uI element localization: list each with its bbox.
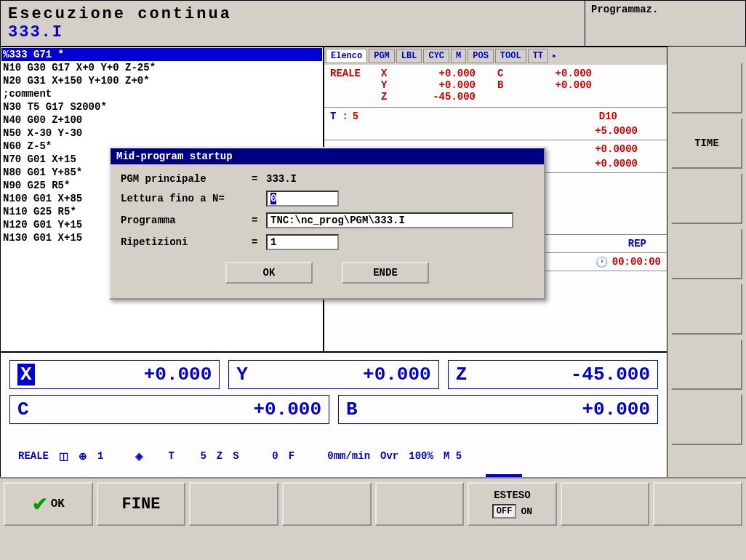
softkey-5[interactable] bbox=[375, 482, 465, 526]
side-button-3[interactable] bbox=[671, 173, 742, 224]
status-tabs: ElencoPGMLBLCYCMPOSTOOLTT▸ bbox=[324, 47, 667, 65]
side-button-4[interactable] bbox=[671, 228, 742, 279]
program-line[interactable]: ;comment bbox=[1, 87, 322, 100]
program-line[interactable]: N20 G31 X+150 Y+100 Z+0* bbox=[1, 74, 322, 87]
dialog-ende-button[interactable]: ENDE bbox=[342, 262, 429, 284]
dlg-rep-label: Ripetizioni bbox=[121, 236, 252, 248]
esteso-off-toggle[interactable]: OFF bbox=[492, 504, 517, 519]
softkey-esteso[interactable]: ESTESO OFF ON bbox=[468, 482, 557, 526]
dlg-program-input[interactable]: TNC:\nc_prog\PGM\333.I bbox=[266, 212, 513, 228]
program-line[interactable]: N50 X-30 Y-30 bbox=[1, 127, 322, 140]
softkey-fine[interactable]: FINE bbox=[97, 482, 186, 526]
tab-lbl[interactable]: LBL bbox=[396, 49, 422, 63]
pos-mode-label: REALE bbox=[330, 68, 381, 79]
softkey-8[interactable] bbox=[653, 482, 742, 526]
tab-tt[interactable]: TT bbox=[528, 49, 548, 63]
tab-pos[interactable]: POS bbox=[468, 49, 494, 63]
status-bar: REALE ◫ ⊕ 1 ◈ T 5 Z S 0 F 0mm/min Ovr 10… bbox=[9, 444, 658, 468]
dlg-program-label: Programma bbox=[121, 215, 252, 226]
tab-scroll-right-icon[interactable]: ▸ bbox=[550, 49, 559, 63]
progress-bar bbox=[486, 474, 522, 477]
dlg-read-to-input[interactable]: 0 bbox=[266, 191, 339, 207]
softkey-7[interactable] bbox=[561, 482, 650, 526]
target-icon: ⊕ bbox=[79, 450, 87, 462]
check-icon: ✔ bbox=[32, 493, 48, 516]
page-subtitle: 333.I bbox=[8, 23, 577, 41]
dlg-read-to-label: Lettura fino a N= bbox=[121, 193, 252, 204]
clock-icon: 🕐 bbox=[595, 256, 608, 268]
mode-label: Programmaz. bbox=[585, 1, 745, 46]
tab-cyc[interactable]: CYC bbox=[423, 49, 449, 63]
side-button-1[interactable] bbox=[671, 63, 742, 113]
side-button-6[interactable] bbox=[671, 339, 742, 390]
softkey-4[interactable] bbox=[282, 482, 372, 526]
program-line[interactable]: N40 G00 Z+100 bbox=[1, 113, 322, 127]
coord-x: X+0.000 bbox=[9, 360, 220, 389]
tab-pgm[interactable]: PGM bbox=[369, 49, 395, 63]
tab-tool[interactable]: TOOL bbox=[495, 49, 526, 63]
dialog-ok-button[interactable]: OK bbox=[225, 262, 313, 284]
softkey-3[interactable] bbox=[189, 482, 278, 526]
mid-program-startup-dialog: Mid-program startup PGM principale = 333… bbox=[109, 147, 545, 300]
pgm-call-time: 00:00:00 bbox=[612, 256, 661, 268]
coord-c: C+0.000 bbox=[9, 395, 329, 424]
tab-elenco[interactable]: Elenco bbox=[326, 49, 367, 63]
side-button-2[interactable]: TIME bbox=[671, 118, 742, 169]
program-line[interactable]: N10 G30 G17 X+0 Y+0 Z-25* bbox=[1, 61, 322, 74]
coord-b: B+0.000 bbox=[338, 395, 658, 424]
dlg-rep-input[interactable]: 1 bbox=[266, 234, 339, 250]
coord-y: Y+0.000 bbox=[228, 360, 438, 389]
dialog-title: Mid-program startup bbox=[111, 148, 544, 164]
program-line[interactable]: N30 T5 G17 S2000* bbox=[1, 100, 322, 113]
softkey-ok[interactable]: ✔OK bbox=[4, 482, 93, 526]
coords-display: X+0.000Y+0.000Z-45.000 C+0.000B+0.000 RE… bbox=[0, 352, 667, 479]
box-icon: ◫ bbox=[59, 450, 68, 462]
side-button-5[interactable] bbox=[671, 284, 742, 335]
program-line[interactable]: %333 G71 * bbox=[1, 48, 322, 61]
tab-m[interactable]: M bbox=[451, 49, 466, 63]
softkey-bar: ✔OK FINE ESTESO OFF ON bbox=[0, 477, 746, 529]
diamond-icon: ◈ bbox=[135, 450, 143, 462]
coord-z: Z-45.000 bbox=[448, 360, 658, 389]
side-button-7[interactable] bbox=[671, 394, 742, 445]
page-title: Esecuzione continua bbox=[8, 5, 577, 23]
dlg-pgm-main-label: PGM principale bbox=[121, 173, 252, 185]
dlg-pgm-main-value: 333.I bbox=[266, 173, 297, 185]
